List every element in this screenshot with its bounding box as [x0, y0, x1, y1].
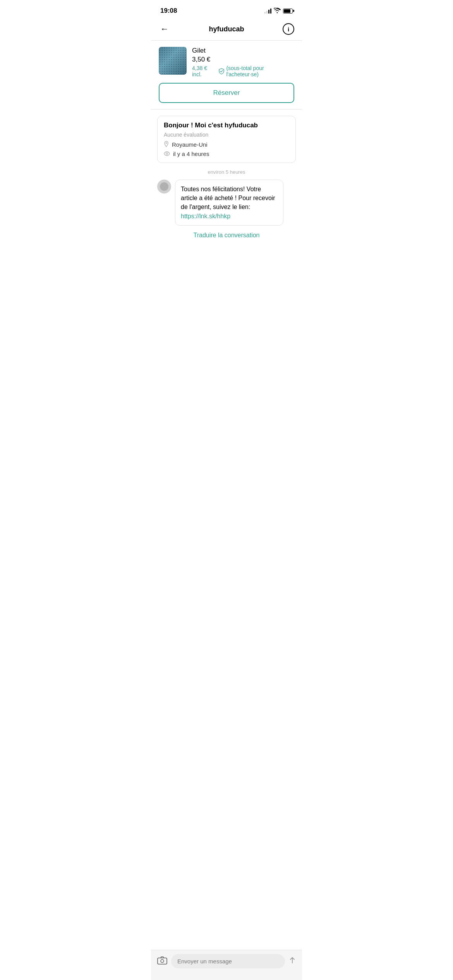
battery-icon — [283, 9, 293, 14]
product-image — [159, 47, 187, 75]
seller-rating: Aucune évaluation — [164, 132, 289, 138]
status-icons — [264, 8, 293, 14]
signal-icon — [264, 8, 271, 14]
message-bubble: Toutes nos félicitations! Votre article … — [175, 180, 283, 226]
product-subtotal: 4,38 € incl. (sous-total pour l'acheteur… — [192, 65, 294, 77]
nav-title: hyfuducab — [209, 25, 244, 33]
product-section: Gilet 3,50 € 4,38 € incl. (sous-total po… — [151, 41, 302, 110]
seller-greeting: Bonjour ! Moi c'est hyfuducab — [164, 122, 289, 129]
nav-bar: ← hyfuducab i — [151, 19, 302, 41]
shield-icon — [219, 68, 224, 74]
product-row: Gilet 3,50 € 4,38 € incl. (sous-total po… — [159, 47, 294, 77]
seller-lastseen: il y a 4 heures — [164, 151, 289, 157]
wifi-icon — [274, 8, 281, 14]
status-time: 19:08 — [160, 7, 177, 15]
product-price: 3,50 € — [192, 56, 294, 63]
svg-point-1 — [166, 153, 168, 154]
avatar — [157, 180, 171, 194]
seller-location: Royaume-Uni — [164, 141, 289, 148]
reserve-button[interactable]: Réserver — [159, 83, 294, 103]
chat-area: Bonjour ! Moi c'est hyfuducab Aucune éva… — [151, 110, 302, 330]
message-link[interactable]: https://lnk.sk/hhkp — [181, 213, 230, 219]
product-info: Gilet 3,50 € 4,38 € incl. (sous-total po… — [192, 47, 294, 77]
svg-point-0 — [166, 142, 167, 144]
location-icon — [164, 141, 169, 148]
eye-icon — [164, 151, 170, 157]
info-button[interactable]: i — [283, 23, 294, 35]
seller-card: Bonjour ! Moi c'est hyfuducab Aucune éva… — [157, 116, 296, 163]
product-name: Gilet — [192, 47, 294, 55]
back-button[interactable]: ← — [159, 22, 170, 36]
message-row: Toutes nos félicitations! Votre article … — [157, 180, 296, 226]
time-separator: environ 5 heures — [157, 169, 296, 175]
status-bar: 19:08 — [151, 0, 302, 19]
translate-link[interactable]: Traduire la conversation — [157, 232, 296, 239]
